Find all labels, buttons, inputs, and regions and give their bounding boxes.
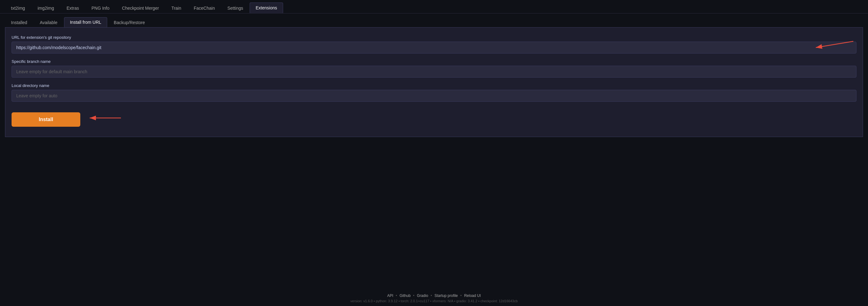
subtab-available[interactable]: Available [34, 18, 63, 27]
footer-github-link[interactable]: Github [400, 294, 410, 298]
url-label: URL for extension's git repository [11, 35, 857, 40]
branch-input[interactable] [11, 66, 857, 78]
form-panel: URL for extension's git repository Speci… [5, 28, 863, 137]
footer: API • Github • Gradio • Startup profile … [0, 288, 868, 306]
tab-checkpoint-merger[interactable]: Checkpoint Merger [116, 3, 165, 13]
sub-tabs: Installed Available Install from URL Bac… [5, 13, 863, 28]
branch-label: Specific branch name [11, 59, 857, 64]
branch-field-group: Specific branch name [11, 59, 857, 78]
dir-label: Local directory name [11, 83, 857, 88]
install-arrow-annotation [87, 112, 124, 124]
footer-gradio-link[interactable]: Gradio [417, 294, 428, 298]
footer-startup-link[interactable]: Startup profile [435, 294, 458, 298]
tab-train[interactable]: Train [165, 3, 187, 13]
url-field-group: URL for extension's git repository [11, 35, 857, 54]
subtab-install-from-url[interactable]: Install from URL [64, 17, 107, 27]
footer-version: version: v1.6.0 • python: 3.9.12 • torch… [0, 299, 868, 303]
tab-txt2img[interactable]: txt2img [5, 3, 31, 13]
dir-field-group: Local directory name [11, 83, 857, 102]
tab-settings[interactable]: Settings [221, 3, 249, 13]
footer-links: API • Github • Gradio • Startup profile … [0, 294, 868, 298]
tab-extensions[interactable]: Extensions [250, 2, 283, 13]
subtab-backup-restore[interactable]: Backup/Restore [108, 18, 151, 27]
top-nav: txt2img img2img Extras PNG Info Checkpoi… [0, 0, 868, 13]
footer-api-link[interactable]: API [387, 294, 393, 298]
dir-input[interactable] [11, 90, 857, 102]
tab-img2img[interactable]: img2img [32, 3, 60, 13]
main-content: Installed Available Install from URL Bac… [0, 13, 868, 288]
footer-reload-link[interactable]: Reload UI [464, 294, 480, 298]
subtab-installed[interactable]: Installed [5, 18, 33, 27]
tab-extras[interactable]: Extras [61, 3, 85, 13]
install-button[interactable]: Install [11, 112, 80, 127]
tab-facechain[interactable]: FaceChain [188, 3, 221, 13]
tab-png-info[interactable]: PNG Info [86, 3, 116, 13]
url-input[interactable] [11, 41, 857, 54]
